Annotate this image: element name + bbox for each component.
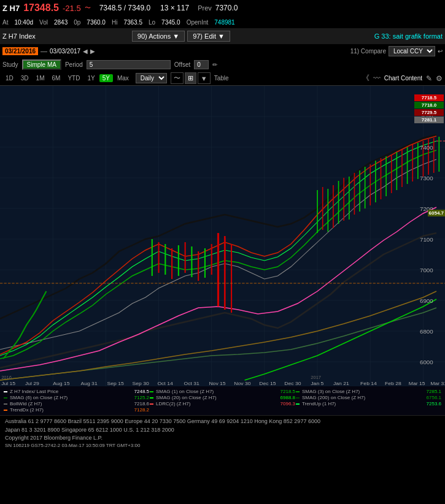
badge-price-5: 6054.7 [428,210,445,216]
legend-label-sma20: SMAG (20) on Close (Z H7) [156,395,217,400]
end-date[interactable]: 03/03/2017 [50,48,80,55]
svg-text:6000: 6000 [420,359,433,365]
tf-1m-button[interactable]: 1M [33,74,48,82]
legend-value-bollwid: 7218.6 [134,401,149,407]
offset-input[interactable] [194,60,209,69]
period-select[interactable]: Daily [136,73,167,83]
currency-select[interactable]: Local CCY [389,46,435,56]
openint-label: OpenInt [187,19,209,26]
svg-text:Aug 15: Aug 15 [53,380,70,386]
svg-text:Mar 15: Mar 15 [409,380,425,386]
hi-label: Hi [112,19,117,26]
legend-color-sma20 [150,397,153,399]
legend-row-1: Z H7 Index/ Last Price 7248.5 [4,389,149,394]
chart-right-tools: 《 〰 Chart Content ✎ ⚙ [362,73,443,83]
legend-value-price: 7248.5 [134,389,149,394]
date-separator: — [41,47,47,55]
svg-rect-0 [0,86,445,386]
legend-label-sma6: SMAG (6) on Close (Z H7) [10,395,68,400]
study-label: Study [2,61,18,68]
edit-study-icon[interactable]: ✏ [212,61,217,68]
price-wave: 〜 [85,4,91,12]
legend-row-2: SMAG (1) on Close (Z H7) 7218.5 [150,389,295,394]
period-input[interactable] [87,60,171,69]
legend-color-sma1 [150,391,153,392]
bid-ask: 7348.5 / 7349.0 [99,4,150,12]
legend-label-sma1: SMAG (1) on Close (Z H7) [156,389,214,394]
legend-value-sma20: 6988.8 [281,395,295,400]
date-next-button[interactable]: ▶ [90,48,95,55]
legend-row-7: BollWId (Z H7) 7218.6 [4,401,149,407]
tf-1y-button[interactable]: 1Y [84,74,98,82]
period-label: Period [65,61,83,68]
legend-value-sma1: 7218.5 [281,389,295,394]
tf-ytd-button[interactable]: YTD [64,74,83,82]
footer-line-1: Australia 61 2 9777 8600 Brazil 5511 239… [5,418,440,426]
start-date[interactable]: 03/21/2016 [2,47,38,55]
svg-text:Jul 29: Jul 29 [25,380,39,386]
gear-button[interactable]: ⚙ [436,74,443,83]
svg-text:Nov 30: Nov 30 [234,380,251,386]
badge-price-1: 7718.5 [414,94,444,101]
chart-type-dropdown[interactable]: ▼ [198,72,211,84]
svg-text:2017: 2017 [311,375,321,380]
chart-settings-button[interactable]: ✎ [426,74,432,83]
legend-row-6: SMAG (200) on Close (Z H7) 6756.1 [296,395,441,400]
offset-label: Offset [174,61,191,68]
svg-text:Feb 28: Feb 28 [385,380,401,386]
legend-color-sma6 [4,397,7,399]
svg-text:Sep 30: Sep 30 [132,380,149,386]
legend-row-5: SMAG (20) on Close (Z H7) 6988.8 [150,395,295,400]
top-bar: Z H7 17348.5 -21.5 〜 7348.5 / 7349.0 13 … [0,0,445,16]
svg-text:7000: 7000 [420,267,433,273]
candle-chart-button[interactable]: ⊞ [185,72,196,84]
legend-value-ldrc: 7096.3 [281,401,295,407]
legend-color-ldrc [150,403,153,405]
footer-line-2: Japan 81 3 3201 8900 Singapore 65 6212 1… [5,426,440,435]
svg-text:7400: 7400 [420,145,433,151]
date-bar: 03/21/2016 — 03/03/2017 ◀ ▶ 11) Compare … [0,44,445,58]
footer-line-3: Copyright 2017 Bloomberg Finance L.P. [5,434,440,443]
svg-text:Dec 30: Dec 30 [284,380,301,386]
tf-5y-button[interactable]: 5Y [99,74,113,82]
tf-6m-button[interactable]: 6M [49,74,64,82]
table-button[interactable]: Table [214,75,229,82]
size-info: 13 × 117 [160,4,189,12]
indicator-button[interactable]: 〰 [373,74,381,83]
study-select-button[interactable]: Simple MA [22,59,61,70]
index-label: Z H7 Index [2,32,130,40]
svg-text:Jan 21: Jan 21 [333,380,349,386]
scroll-left-button[interactable]: 《 [362,73,370,83]
tf-1d-button[interactable]: 1D [2,74,17,82]
svg-text:Aug 31: Aug 31 [80,380,98,386]
timeframe-bar: 1D 3D 1M 6M YTD 1Y 5Y Max Daily 〜 ⊞ ▼ Ta… [0,71,445,86]
chart-content-button[interactable]: Chart Content [384,75,422,82]
svg-text:Mar 31: Mar 31 [430,380,445,386]
actions-button[interactable]: 90) Actions ▼ [132,31,185,42]
vol-value: 2843 [54,19,68,26]
legend-value-sma3: 7285.1 [427,389,441,394]
tf-3d-button[interactable]: 3D [18,74,32,82]
compare-label: 11) Compare [350,48,386,55]
line-chart-button[interactable]: 〜 [171,72,184,84]
svg-text:6900: 6900 [420,298,433,304]
legend-row-8: LDRC(2) (Z H7) 7096.3 [150,401,295,407]
compare-back-button[interactable]: ↩ [438,48,443,55]
right-price-badges: 7718.5 7718.0 7729.5 7281.1 6054.7 [413,93,445,124]
ohlc-bar: At 10:40d Vol 2843 0p 7360.0 Hi 7363.5 L… [0,16,445,28]
edit-button[interactable]: 97) Edit ▼ [187,31,230,42]
legend-value-sma200: 6756.1 [427,395,441,400]
ticker-symbol: Z H7 [2,4,20,13]
op-value: 7360.0 [87,19,106,26]
legend-color-sma200 [296,397,300,399]
legend-color-trendx [4,410,7,411]
at-value: 10:40d [14,19,33,26]
tf-max-button[interactable]: Max [114,74,132,82]
legend-color-sma3 [296,391,300,392]
footer-sn: SN 106219 GS75-2742-2 03-Mar-17 10:50:09… [5,443,440,448]
svg-text:Nov 15: Nov 15 [209,380,226,386]
study-bar: Study Simple MA Period Offset ✏ [0,58,445,71]
legend-value-trendx: 7128.2 [134,407,149,413]
chart-svg: 7500 7400 7300 7200 7100 7000 6900 6800 … [0,86,445,386]
date-prev-button[interactable]: ◀ [83,48,88,55]
